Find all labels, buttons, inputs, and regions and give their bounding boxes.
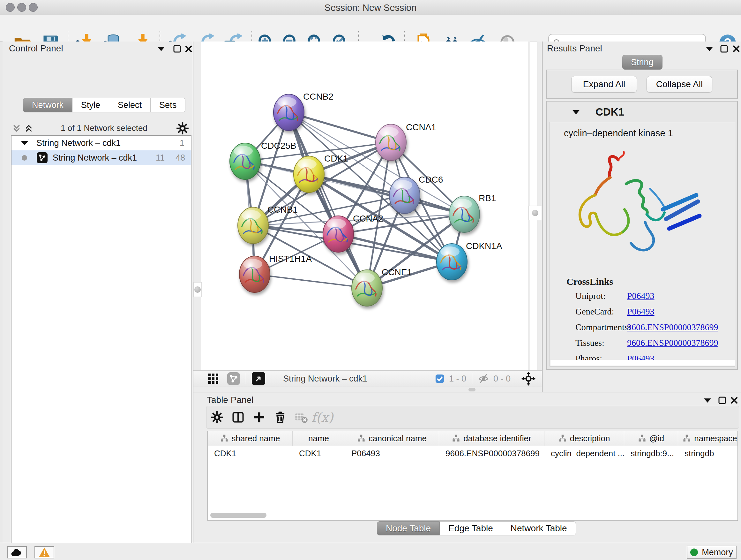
warning-icon bbox=[39, 547, 50, 557]
control-panel-title: Control Panel bbox=[9, 44, 63, 54]
title-bar: Session: New Session bbox=[0, 0, 741, 15]
collection-expand-icon[interactable] bbox=[21, 141, 28, 145]
network-column-icon bbox=[558, 434, 567, 442]
warning-button[interactable] bbox=[35, 546, 54, 558]
right-splitter-grip[interactable] bbox=[529, 206, 542, 220]
tab-edge-table[interactable]: Edge Table bbox=[440, 521, 502, 536]
delete-table-icon bbox=[291, 411, 312, 424]
node-label-CCNB1: CCNB1 bbox=[267, 205, 298, 214]
node-label-CCNE1: CCNE1 bbox=[382, 267, 412, 277]
expand-all-button[interactable]: Expand All bbox=[571, 76, 637, 92]
crosslink-link[interactable]: 9606.ENSP00000378699 bbox=[627, 338, 718, 348]
column-header--id[interactable]: @id bbox=[624, 431, 678, 446]
node-label-HIST1H1A: HIST1H1A bbox=[269, 254, 312, 264]
crosslink-link[interactable]: 9606.ENSP00000378699 bbox=[627, 322, 718, 332]
table-row[interactable]: CDK1CDK1P064939606.ENSP00000378699cyclin… bbox=[208, 446, 738, 461]
panel-close-icon[interactable] bbox=[730, 396, 738, 405]
status-bar: Memory bbox=[0, 543, 741, 560]
node-CCNB2[interactable]: CCNB2 bbox=[273, 91, 333, 131]
node-label-CDK1: CDK1 bbox=[324, 153, 348, 164]
protein-result-box: CDK1 cyclin–dependent kinase 1 bbox=[546, 101, 738, 370]
tab-style[interactable]: Style bbox=[72, 98, 109, 112]
table-settings-gear-icon[interactable] bbox=[206, 411, 227, 424]
crosslinks-list: Uniprot:P06493GeneCard:P06493Compartment… bbox=[576, 291, 729, 369]
network-view-icon[interactable] bbox=[227, 372, 240, 385]
crosslink-label: Uniprot: bbox=[576, 291, 627, 301]
table-hscrollbar-thumb[interactable] bbox=[210, 513, 266, 518]
crosslink-link[interactable]: P06493 bbox=[627, 307, 655, 317]
memory-button[interactable]: Memory bbox=[687, 546, 737, 559]
node-CDC25B[interactable]: CDC25B bbox=[230, 141, 296, 179]
collapse-all-chevron-icon[interactable] bbox=[12, 124, 21, 133]
collection-count: 1 bbox=[180, 138, 185, 148]
table-cell: cyclin–dependent ... bbox=[544, 449, 624, 458]
fit-content-crosshair-icon[interactable] bbox=[522, 372, 536, 386]
column-header-description[interactable]: description bbox=[544, 431, 624, 446]
panel-close-icon[interactable] bbox=[185, 45, 193, 53]
protein-detail-box: cyclin–dependent kinase 1 bbox=[549, 122, 735, 367]
node-label-RB1: RB1 bbox=[479, 193, 496, 203]
gear-icon[interactable] bbox=[176, 122, 189, 135]
table-body: CDK1CDK1P064939606.ENSP00000378699cyclin… bbox=[208, 446, 738, 461]
node-CDKN1A[interactable]: CDKN1A bbox=[436, 241, 502, 280]
table-cell: 9606.ENSP00000378699 bbox=[439, 449, 544, 458]
cloud-button[interactable] bbox=[7, 546, 27, 558]
panel-float-icon[interactable] bbox=[718, 396, 726, 405]
node-label-CCNB2: CCNB2 bbox=[303, 91, 333, 102]
node-RB1[interactable]: RB1 bbox=[449, 193, 496, 233]
column-header-database-identifier[interactable]: database identifier bbox=[439, 431, 544, 446]
network-label: String Network – cdk1 bbox=[53, 153, 137, 163]
tab-network-table[interactable]: Network Table bbox=[502, 521, 576, 536]
node-CCNE1[interactable]: CCNE1 bbox=[352, 267, 412, 306]
add-column-icon[interactable] bbox=[249, 411, 270, 424]
show-columns-icon[interactable] bbox=[227, 411, 249, 424]
node-label-CDKN1A: CDKN1A bbox=[466, 241, 502, 251]
network-collection-row[interactable]: String Network – cdk1 1 bbox=[11, 136, 191, 150]
expand-all-chevron-icon[interactable] bbox=[24, 124, 33, 133]
function-builder-icon: f(x) bbox=[312, 410, 333, 425]
column-header-namespace[interactable]: namespace bbox=[678, 431, 738, 446]
node-CCNB1[interactable]: CCNB1 bbox=[238, 205, 298, 244]
tab-select[interactable]: Select bbox=[109, 98, 151, 112]
current-network-dot-icon bbox=[22, 155, 27, 161]
edge-HIST1H1A-CCNE1[interactable] bbox=[255, 274, 367, 288]
network-row-selected[interactable]: String Network – cdk1 11 48 bbox=[11, 150, 191, 165]
table-tabs: Node TableEdge TableNetwork Table bbox=[377, 521, 576, 536]
node-CCNA1[interactable]: CCNA1 bbox=[376, 122, 436, 161]
table-cell: CDK1 bbox=[293, 449, 345, 458]
left-splitter-grip[interactable] bbox=[193, 282, 202, 297]
grid-view-icon[interactable] bbox=[207, 373, 219, 384]
panel-float-icon[interactable] bbox=[173, 45, 181, 53]
panel-float-icon[interactable] bbox=[720, 45, 728, 53]
collapse-all-button[interactable]: Collapse All bbox=[647, 76, 712, 92]
delete-column-icon[interactable] bbox=[270, 411, 291, 424]
birds-eye-view-icon[interactable] bbox=[252, 372, 265, 385]
network-canvas[interactable]: CCNB2CCNA1CDC25BCDK1CDC6RB1CCNB1CCNA2CDK… bbox=[193, 42, 542, 370]
horizontal-splitter[interactable] bbox=[193, 387, 542, 392]
node-HIST1H1A[interactable]: HIST1H1A bbox=[239, 254, 312, 293]
table-cell: CDK1 bbox=[208, 449, 293, 458]
current-network-name: String Network – cdk1 bbox=[283, 374, 367, 384]
tab-network[interactable]: Network bbox=[23, 98, 72, 112]
protein-collapse-icon[interactable] bbox=[572, 110, 580, 116]
panel-menu-icon[interactable] bbox=[704, 398, 711, 404]
crosslink-row: Tissues:9606.ENSP00000378699 bbox=[576, 338, 729, 348]
hidden-eye-slash-icon[interactable] bbox=[478, 373, 489, 384]
tab-node-table[interactable]: Node Table bbox=[377, 521, 440, 536]
protein-structure-image bbox=[570, 147, 711, 268]
tab-sets[interactable]: Sets bbox=[151, 98, 185, 112]
control-panel-tabs: NetworkStyleSelectSets bbox=[23, 98, 185, 112]
crosslink-link[interactable]: P06493 bbox=[627, 291, 655, 301]
node-label-CDC25B: CDC25B bbox=[261, 141, 296, 151]
edge-CCNB2-CCNA1[interactable] bbox=[289, 112, 391, 142]
results-panel-title: Results Panel bbox=[547, 44, 602, 54]
tab-string[interactable]: String bbox=[622, 55, 663, 70]
results-hscrollbar[interactable] bbox=[550, 360, 735, 366]
column-header-name[interactable]: name bbox=[293, 431, 345, 446]
column-header-shared-name[interactable]: shared name bbox=[208, 431, 293, 446]
panel-close-icon[interactable] bbox=[732, 45, 740, 53]
selected-checkbox-icon[interactable] bbox=[435, 374, 445, 383]
panel-menu-icon[interactable] bbox=[158, 47, 165, 52]
panel-menu-icon[interactable] bbox=[706, 47, 713, 52]
column-header-canonical-name[interactable]: canonical name bbox=[345, 431, 439, 446]
